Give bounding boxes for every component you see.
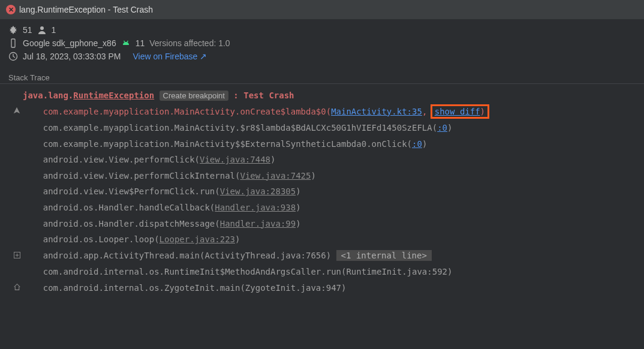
device-icon — [8, 38, 18, 48]
section-label: Stack Trace — [0, 68, 644, 83]
create-breakpoint-button[interactable]: Create breakpoint — [160, 91, 228, 101]
stack-line: android.view.View.performClick(View.java… — [11, 152, 638, 168]
stack-line: com.example.myapplication.MainActivity.o… — [11, 104, 638, 120]
stack-line: com.example.myapplication.MainActivity.$… — [11, 120, 638, 136]
stack-frame-text: android.os.Handler.handleCallback( — [43, 203, 215, 212]
gutter-icon[interactable] — [11, 248, 23, 264]
stack-frame-text: com.example.myapplication.MainActivity.$… — [43, 123, 437, 133]
file-link[interactable]: View.java:7425 — [240, 171, 311, 180]
stack-trace: java.lang.RuntimeException Create breakp… — [0, 88, 644, 308]
view-on-firebase-link[interactable]: View on Firebase ↗ — [133, 52, 207, 61]
svg-point-0 — [40, 26, 44, 30]
file-link[interactable]: Handler.java:99 — [220, 219, 296, 228]
stack-frame-text: com.android.internal.os.RuntimeInit$Meth… — [43, 267, 453, 276]
stack-frame-text: android.app.ActivityThread.main(Activity… — [43, 251, 336, 260]
gutter-icon[interactable] — [11, 104, 23, 120]
internal-lines-badge[interactable]: <1 internal line> — [336, 250, 432, 261]
stack-line: android.app.ActivityThread.main(Activity… — [11, 248, 638, 264]
stack-frame-text: android.view.View.performClick( — [43, 155, 200, 164]
file-link[interactable]: :0 — [437, 123, 447, 133]
file-link[interactable]: View.java:28305 — [220, 186, 296, 196]
file-link[interactable]: Looper.java:223 — [160, 234, 235, 244]
sdk-level: 11 — [136, 38, 145, 48]
bug-count: 51 — [23, 25, 32, 35]
user-count: 1 — [52, 25, 56, 35]
show-diff-highlight: show diff) — [431, 104, 489, 119]
exception-pkg: java.lang. — [23, 91, 73, 100]
stack-line: android.os.Looper.loop(Looper.java:223) — [11, 231, 638, 248]
file-link[interactable]: View.java:7448 — [200, 155, 270, 164]
bug-icon — [8, 25, 18, 35]
gutter-icon[interactable] — [11, 280, 23, 296]
versions-affected: Versions affected: 1.0 — [149, 38, 230, 48]
device-text: Google sdk_gphone_x86 — [23, 38, 116, 48]
show-diff-link[interactable]: show diff — [435, 107, 480, 116]
external-link-icon: ↗ — [200, 52, 207, 61]
stack-frame-text: android.os.Handler.dispatchMessage( — [43, 219, 220, 228]
error-icon: ✕ — [6, 5, 16, 14]
stack-frame-text: com.example.myapplication.MainActivity.o… — [43, 107, 331, 116]
stack-frame-text: com.android.internal.os.ZygoteInit.main(… — [43, 283, 347, 293]
stack-frame-text: com.example.myapplication.MainActivity$$… — [43, 139, 412, 149]
title-text: lang.RuntimeException - Test Crash — [19, 5, 153, 14]
stack-line: com.android.internal.os.ZygoteInit.main(… — [11, 280, 638, 296]
exception-class[interactable]: RuntimeException — [73, 91, 154, 100]
stack-line: com.example.myapplication.MainActivity$$… — [11, 136, 638, 152]
stack-line: android.os.Handler.dispatchMessage(Handl… — [11, 216, 638, 232]
stack-line: android.view.View.performClickInternal(V… — [11, 168, 638, 184]
svg-line-2 — [124, 41, 125, 42]
clock-icon — [8, 52, 18, 61]
file-link[interactable]: Handler.java:938 — [215, 203, 296, 212]
svg-rect-1 — [11, 39, 15, 47]
stack-line: android.os.Handler.handleCallback(Handle… — [11, 200, 638, 216]
file-link[interactable]: :0 — [412, 139, 422, 149]
exception-message: Test Crash — [243, 91, 294, 100]
divider — [0, 83, 644, 84]
file-link[interactable]: MainActivity.kt:35 — [331, 107, 422, 116]
stack-frame-text: android.os.Looper.loop( — [43, 234, 160, 244]
meta-block: 51 1 Google sdk_gphone_x86 11 Versions a… — [0, 19, 644, 68]
stack-frame-text: android.view.View.performClickInternal( — [43, 171, 240, 180]
stack-line: android.view.View$PerformClick.run(View.… — [11, 183, 638, 200]
android-icon — [121, 38, 131, 48]
stack-frame-text: android.view.View$PerformClick.run( — [43, 186, 220, 196]
title-bar: ✕ lang.RuntimeException - Test Crash — [0, 0, 644, 19]
crash-date: Jul 18, 2023, 03:33:03 PM — [23, 52, 121, 61]
stack-line: com.android.internal.os.RuntimeInit$Meth… — [11, 264, 638, 280]
svg-line-3 — [127, 41, 128, 42]
user-icon — [37, 25, 47, 35]
